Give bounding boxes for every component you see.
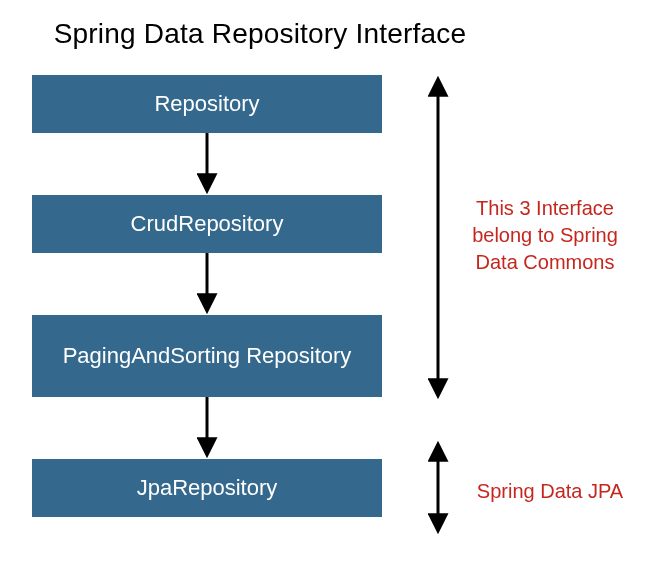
annotation-spring-data-commons: This 3 Interface belong to Spring Data C…: [460, 195, 630, 276]
box-paging-and-sorting-repository: PagingAndSorting Repository: [32, 315, 382, 397]
diagram-canvas: Spring Data Repository Interface Reposit…: [0, 0, 650, 576]
box-crud-repository: CrudRepository: [32, 195, 382, 253]
box-repository: Repository: [32, 75, 382, 133]
annotation-spring-data-jpa: Spring Data JPA: [470, 478, 630, 505]
box-jpa-repository: JpaRepository: [32, 459, 382, 517]
diagram-title: Spring Data Repository Interface: [0, 18, 520, 50]
